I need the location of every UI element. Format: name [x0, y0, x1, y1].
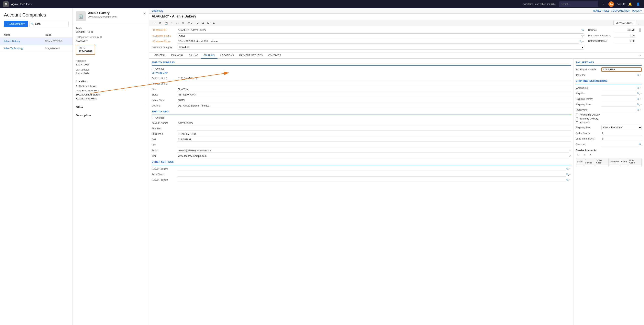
- terms-search-icon[interactable]: 🔍: [637, 98, 640, 100]
- state-value: NY - NEW YORK: [177, 92, 571, 97]
- description-section-title: Description: [76, 112, 146, 117]
- web-link-icon[interactable]: ↗: [569, 155, 571, 158]
- calendar-search-icon[interactable]: 🔍: [639, 143, 642, 146]
- tab-general[interactable]: GENERAL: [152, 52, 168, 59]
- user-avatar[interactable]: AA: [608, 2, 614, 7]
- tax-zone-edit-icon[interactable]: ✏: [640, 74, 642, 76]
- branch-edit-icon[interactable]: ✏: [569, 168, 571, 170]
- saturday-delivery-checkbox[interactable]: [576, 118, 578, 120]
- action-button[interactable]: ⊡ ▾: [187, 21, 194, 25]
- shipping-zone-row: Shipping Zone: 🔍 ✏: [576, 102, 642, 107]
- override-checkbox-1[interactable]: [152, 68, 154, 70]
- company-row-allen-tech[interactable]: Allen Technology Integrated Aut: [0, 45, 72, 52]
- col-carr-acco-header: * Carr Acco: [595, 158, 608, 165]
- carrier-table-header-row: Activ * Carrier * Carr Acco Location Cou…: [576, 158, 642, 165]
- add-company-button[interactable]: + Add company: [4, 21, 28, 27]
- carrier-remove-button[interactable]: ✕: [588, 152, 593, 157]
- search-wrapper: 🔍: [30, 21, 68, 27]
- scroll-indicator: [639, 28, 642, 51]
- location-menu-icon[interactable]: ⋮: [142, 84, 146, 89]
- global-search-input[interactable]: [559, 2, 598, 7]
- insurance-checkbox[interactable]: [576, 122, 578, 124]
- tax-reg-id-label: Tax Registration ID:: [576, 68, 601, 71]
- project-search-icon[interactable]: 🔍: [566, 178, 569, 181]
- close-button[interactable]: ✕: [143, 12, 146, 16]
- city-value: New York: [177, 87, 571, 91]
- shipping-terms-row: Shipping Terms: 🔍 ✏: [576, 97, 642, 101]
- tab-payment-methods[interactable]: PAYMENT METHODS: [236, 52, 266, 59]
- ship-to-info-divider: [152, 114, 571, 115]
- tax-zone-search-icon[interactable]: 🔍: [637, 74, 640, 76]
- fob-search-icon[interactable]: 🔍: [637, 109, 640, 112]
- last-button[interactable]: ▶|: [212, 21, 217, 25]
- branch-search-icon[interactable]: 🔍: [566, 168, 569, 170]
- tab-financial[interactable]: FINANCIAL: [168, 52, 186, 59]
- back-button[interactable]: ←: [152, 21, 157, 25]
- col-post-code-header: Post: Code: [628, 158, 642, 165]
- location-address: 3130 Small Street New York, New York 100…: [76, 84, 146, 101]
- save-button[interactable]: 💾: [163, 21, 169, 25]
- address-line2-value: [177, 82, 571, 86]
- zone-search-icon[interactable]: 🔍: [637, 103, 640, 106]
- prev-button[interactable]: ◀: [200, 21, 205, 25]
- next-button[interactable]: ▶: [206, 21, 211, 25]
- company-row-allens-bakery[interactable]: Allen's Bakery COMMERCEBB: [0, 38, 72, 45]
- expand-tabs-button[interactable]: >>: [637, 52, 642, 58]
- customer-category-select[interactable]: Individual: [177, 45, 584, 50]
- tab-shipping[interactable]: SHIPPING: [201, 52, 218, 59]
- price-search-icon[interactable]: 🔍: [566, 173, 569, 176]
- undo-button[interactable]: ↩: [175, 21, 180, 25]
- trade-value: COMMERCEBB: [76, 30, 146, 34]
- company-name-topbar[interactable]: Agave Tech Inc ▾: [11, 2, 32, 6]
- help-icon[interactable]: ?: [600, 2, 606, 7]
- project-edit-icon[interactable]: ✏: [569, 178, 571, 181]
- carrier-add-button[interactable]: +: [582, 152, 587, 157]
- shipping-zone-value: [601, 102, 637, 107]
- first-button[interactable]: |◀: [194, 21, 200, 25]
- ship-via-search-icon[interactable]: 🔍: [637, 92, 640, 95]
- user-profile-icon[interactable]: 👤: [635, 2, 641, 7]
- tools-link[interactable]: TOOLS ▾: [632, 10, 642, 12]
- balance-row: Balance: 498.70: [588, 28, 635, 32]
- carrier-refresh-button[interactable]: ↻: [576, 152, 581, 157]
- customer-category-row: Customer Category Individual: [152, 45, 584, 50]
- ship-via-label: Ship Via:: [576, 92, 601, 95]
- customer-status-select[interactable]: Active: [177, 34, 584, 38]
- price-edit-icon[interactable]: ✏: [569, 173, 571, 176]
- more-button[interactable]: ...: [637, 21, 642, 25]
- warehouse-edit-icon[interactable]: ✏: [640, 87, 642, 90]
- tab-locations[interactable]: LOCATIONS: [218, 52, 236, 59]
- view-account-button[interactable]: VIEW ACCOUNT: [613, 21, 636, 25]
- view-on-map-link[interactable]: VIEW ON MAP: [152, 72, 571, 74]
- insurance-label: Insurance: [580, 121, 590, 124]
- shipping-rule-select[interactable]: Cancel Remainder: [601, 125, 642, 130]
- breadcrumb-customers-link[interactable]: Customers: [152, 10, 163, 12]
- companies-table-header: Name Trade: [0, 32, 72, 38]
- warehouse-search-icon[interactable]: 🔍: [637, 87, 640, 90]
- files-link[interactable]: FILES: [603, 10, 610, 12]
- override-label-2: Override: [156, 116, 164, 119]
- header-fields: • Customer ID: ABAKERY - Allen's Bakery …: [149, 26, 644, 52]
- terms-edit-icon[interactable]: ✏: [640, 98, 642, 100]
- class-edit-icon[interactable]: ✏: [582, 40, 584, 43]
- override-checkbox-2[interactable]: [152, 117, 154, 119]
- add-button[interactable]: +: [170, 21, 174, 25]
- fob-edit-icon[interactable]: ✏: [640, 109, 642, 112]
- tab-contacts[interactable]: CONTACTS: [266, 52, 284, 59]
- notes-link[interactable]: NOTES: [593, 10, 601, 12]
- customer-id-search-icon[interactable]: 🔍: [581, 29, 584, 32]
- country-value: US - United States of America: [177, 104, 571, 108]
- country-row: Country: US - United States of America: [152, 104, 571, 108]
- header-fields-right: Balance: 498.70 Prepayment Balance: 0.00…: [588, 28, 635, 51]
- residential-delivery-checkbox[interactable]: [576, 114, 578, 116]
- tab-billing[interactable]: BILLING: [186, 52, 201, 59]
- company-search-input[interactable]: [30, 21, 68, 27]
- notifications-icon[interactable]: 🔔: [628, 2, 633, 7]
- email-copy-icon[interactable]: ✉: [569, 149, 571, 152]
- ship-via-edit-icon[interactable]: ✏: [640, 92, 642, 95]
- customization-link[interactable]: CUSTOMIZATION: [611, 10, 630, 12]
- zone-edit-icon[interactable]: ✏: [640, 103, 642, 106]
- delete-button[interactable]: 🗑: [180, 21, 186, 25]
- class-search-icon[interactable]: 🔍: [579, 40, 582, 43]
- copy-button[interactable]: ⧉: [158, 21, 162, 25]
